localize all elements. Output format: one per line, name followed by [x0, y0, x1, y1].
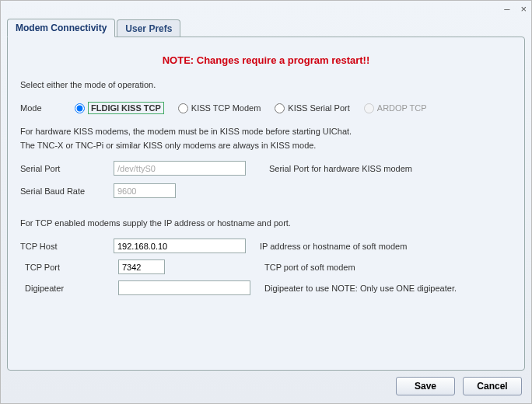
close-icon[interactable]: × — [520, 5, 527, 14]
digipeater-input[interactable] — [118, 280, 250, 295]
tcp-port-input[interactable] — [118, 259, 165, 274]
radio-fldigi-label: FLDIGI KISS TCP — [88, 102, 164, 114]
tcp-port-hint: TCP port of soft modem — [264, 263, 355, 272]
intro-text: Select either the mode of operation. — [20, 80, 512, 89]
titlebar: – × — [1, 1, 531, 16]
tcp-host-hint: IP address or hostname of soft modem — [260, 242, 407, 251]
restart-note: NOTE: Changes require a program restart!… — [20, 54, 512, 66]
digipeater-hint: Digipeater to use NOTE: Only use ONE dig… — [264, 284, 457, 293]
digipeater-row: Digipeater Digipeater to use NOTE: Only … — [20, 280, 512, 295]
radio-ardop-input — [364, 103, 374, 113]
serial-port-label: Serial Port — [20, 164, 114, 173]
serial-baud-input — [114, 183, 176, 198]
radio-fldigi-kiss-tcp[interactable]: FLDIGI KISS TCP — [75, 102, 164, 114]
tcp-info: For TCP enabled modems supply the IP add… — [20, 218, 512, 228]
kiss-info-2: The TNC-X or TNC-Pi or similar KISS only… — [20, 141, 512, 150]
tcp-host-label: TCP Host — [20, 242, 114, 251]
mode-radio-group: FLDIGI KISS TCP KISS TCP Modem KISS Seri… — [75, 102, 427, 114]
mode-label: Mode — [20, 103, 75, 113]
serial-port-input — [114, 161, 246, 176]
dialog-window: – × Modem Connectivity User Prefs NOTE: … — [0, 0, 532, 404]
tab-user-prefs[interactable]: User Prefs — [117, 19, 180, 37]
serial-baud-label: Serial Baud Rate — [20, 186, 114, 196]
serial-port-row: Serial Port Serial Port for hardware KIS… — [20, 161, 512, 176]
digipeater-label: Digipeater — [20, 284, 118, 293]
radio-ardop-label: ARDOP TCP — [377, 103, 427, 113]
minimize-icon[interactable]: – — [504, 5, 509, 14]
tcp-port-label: TCP Port — [20, 263, 118, 272]
cancel-button[interactable]: Cancel — [463, 377, 522, 395]
mode-row: Mode FLDIGI KISS TCP KISS TCP Modem KISS… — [20, 102, 512, 114]
radio-kiss-serial-port[interactable]: KISS Serial Port — [275, 103, 349, 113]
serial-baud-row: Serial Baud Rate — [20, 183, 512, 198]
radio-kisserial-input[interactable] — [275, 103, 285, 113]
serial-port-hint: Serial Port for hardware KISS modem — [269, 164, 412, 173]
radio-kisstcp-input[interactable] — [178, 103, 188, 113]
modem-panel: NOTE: Changes require a program restart!… — [7, 37, 525, 371]
radio-kisserial-label: KISS Serial Port — [288, 103, 349, 113]
tcp-port-row: TCP Port TCP port of soft modem — [20, 259, 512, 274]
radio-kisstcp-label: KISS TCP Modem — [191, 103, 261, 113]
save-button[interactable]: Save — [396, 377, 455, 395]
dialog-buttons: Save Cancel — [396, 377, 522, 395]
tab-strip: Modem Connectivity User Prefs — [1, 18, 531, 37]
tcp-host-row: TCP Host IP address or hostname of soft … — [20, 239, 512, 253]
radio-fldigi-input[interactable] — [75, 103, 85, 113]
tab-modem-connectivity[interactable]: Modem Connectivity — [7, 19, 115, 37]
kiss-info-1: For hardware KISS modems, the modem must… — [20, 127, 512, 136]
radio-kiss-tcp-modem[interactable]: KISS TCP Modem — [178, 103, 261, 113]
radio-ardop-tcp: ARDOP TCP — [364, 103, 427, 113]
tcp-host-input[interactable] — [114, 239, 246, 253]
